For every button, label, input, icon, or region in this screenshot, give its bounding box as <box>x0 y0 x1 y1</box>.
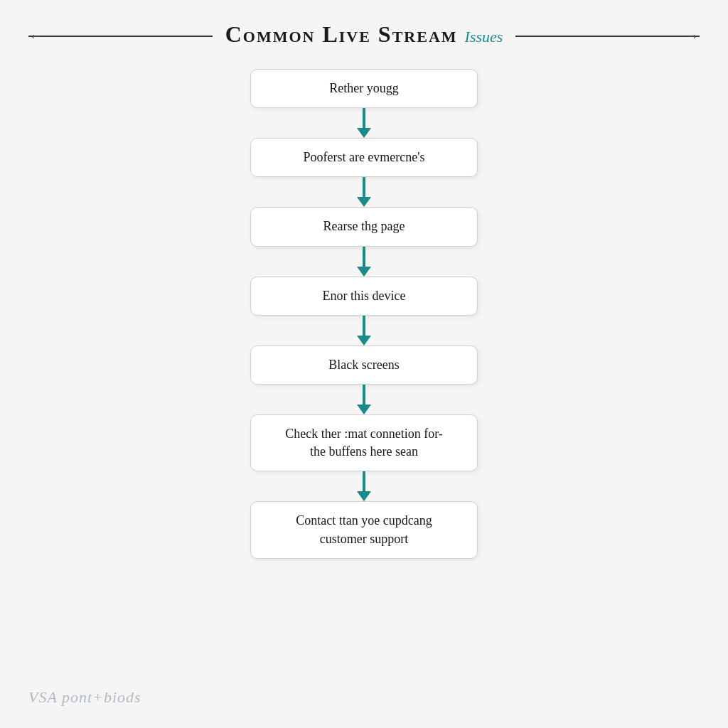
header-title-sub: Issues <box>465 28 503 46</box>
flow-box-step4: Enor this device <box>250 277 478 316</box>
flow-box-step1: Rether yougg <box>250 69 478 108</box>
flow-box-step2: Pooferst are evmercne's <box>250 138 478 177</box>
arrow-stem <box>363 108 365 128</box>
flow-arrow-1 <box>357 177 371 207</box>
flow-box-step3: Rearse thg page <box>250 207 478 246</box>
header-title-main: Common Live Stream <box>225 21 458 48</box>
flow-container: Rether youggPooferst are evmercne'sRears… <box>250 69 478 728</box>
flow-arrow-3 <box>357 316 371 346</box>
arrow-head <box>357 405 371 414</box>
arrow-head <box>357 491 371 501</box>
flow-arrow-2 <box>357 247 371 277</box>
watermark: VSA pont+biods <box>28 688 141 707</box>
flow-arrow-4 <box>357 385 371 414</box>
header-title-wrap: Common Live Stream Issues <box>213 21 516 48</box>
arrow-head <box>357 128 371 138</box>
flow-box-step5: Black screens <box>250 346 478 385</box>
arrow-stem <box>363 177 365 197</box>
arrow-head <box>357 336 371 346</box>
arrow-stem <box>363 385 365 405</box>
arrow-head <box>357 197 371 207</box>
arrow-right-icon: → <box>684 27 700 46</box>
flow-box-step6: Check ther :mat connetion for- the buffe… <box>250 414 478 471</box>
flow-arrow-0 <box>357 108 371 138</box>
arrow-left-icon: ← <box>28 27 44 46</box>
arrow-stem <box>363 471 365 491</box>
flow-arrow-5 <box>357 471 371 501</box>
arrow-stem <box>363 316 365 336</box>
flow-box-step7: Contact ttan yoe cupdcang customer suppo… <box>250 501 478 558</box>
page-header: ← → Common Live Stream Issues <box>0 0 728 62</box>
arrow-stem <box>363 247 365 267</box>
arrow-head <box>357 267 371 277</box>
